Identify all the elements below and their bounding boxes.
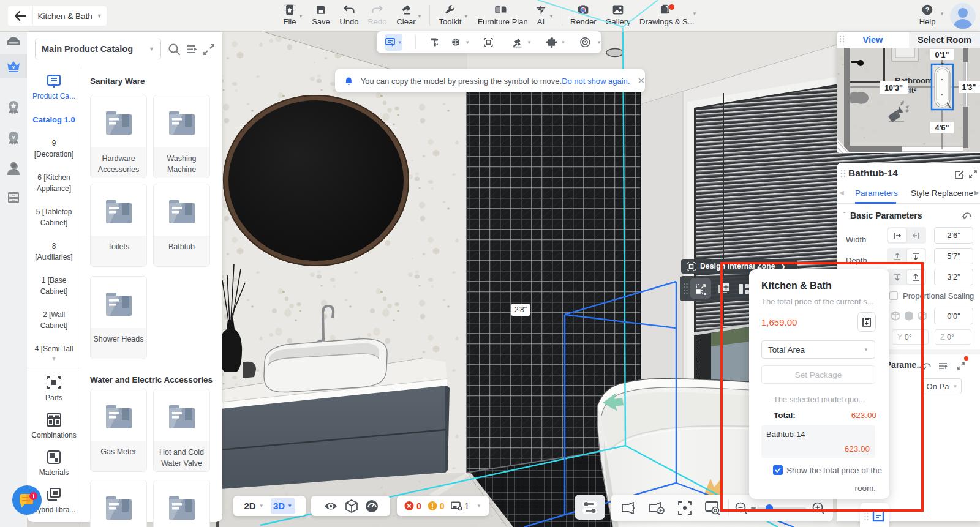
svg-text:4'6": 4'6" [935,124,949,132]
svg-text:v: v [12,134,15,140]
svg-text:?: ? [925,6,929,13]
svg-text:1'3": 1'3" [962,83,976,92]
svg-text:10'3": 10'3" [884,84,903,92]
svg-text:v: v [12,64,15,70]
svg-text:2'8": 2'8" [514,305,527,314]
svg-text:0'1": 0'1" [935,51,949,59]
